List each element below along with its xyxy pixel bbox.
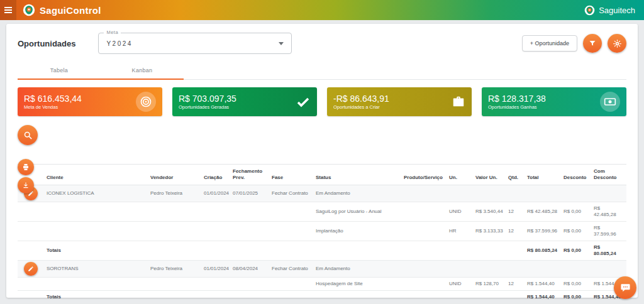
column-header-fechamento-prev: Fechamento Prev. (230, 165, 269, 185)
table-row: ICONEX LOGISTICA Pedro Teixeira 01/01/20… (18, 185, 626, 202)
cell-empty (401, 261, 626, 278)
kpi-oportunidades-geradas: R$ 703.097,35 Oportunidades Geradas (172, 87, 317, 116)
table-row-product: SaguiLog por Usuário - Anual UNID R$ 3.5… (18, 202, 626, 222)
cell-total: R$ 1.544,40 (525, 278, 561, 291)
cell-desconto: R$ 0,00 (561, 241, 591, 261)
table-row-totals: Totais R$ 80.085,24 R$ 0,00 R$ 80.085,24 (18, 241, 626, 261)
kpi-oportunidades-a-criar: -R$ 86.643,91 Oportunidades a Criar (327, 87, 472, 116)
tab-tabela[interactable]: Tabela (18, 62, 101, 79)
toolbar-actions: + Oportunidade (522, 34, 626, 53)
kpi-label: Meta de Vendas (24, 104, 82, 110)
cell-criacao: 01/01/2024 (201, 261, 230, 278)
cell-empty (44, 278, 313, 291)
kpi-label: Oportunidades a Criar (333, 104, 389, 110)
cell-empty (18, 222, 44, 241)
column-header-status: Status (313, 165, 401, 185)
kpi-meta-de-vendas: R$ 616.453,44 Meta de Vendas (18, 87, 162, 116)
tab-bar: Tabela Kanban (18, 62, 626, 80)
cell-desconto: R$ 0,00 (561, 291, 591, 304)
opportunities-table: Cliente Vendedor Criação Fechamento Prev… (18, 164, 626, 304)
check-icon (296, 94, 311, 109)
table-container: Cliente Vendedor Criação Fechamento Prev… (18, 164, 626, 304)
settings-button[interactable] (608, 34, 626, 53)
page-title: Oportunidades (18, 39, 75, 48)
tab-kanban[interactable]: Kanban (101, 62, 184, 79)
meta-select-value: Y2024 (106, 40, 132, 47)
column-header-produto-servico: Produto/Serviço (401, 165, 447, 185)
kpi-text: R$ 616.453,44 Meta de Vendas (24, 94, 82, 110)
chat-icon (620, 283, 631, 293)
cell-total: R$ 37.599,96 (525, 222, 561, 241)
search-button[interactable] (18, 125, 38, 145)
app-header: SaguiControl Saguitech (0, 0, 644, 20)
kpi-label: Oportunidades Ganhas (488, 104, 546, 110)
chat-button[interactable] (614, 276, 636, 299)
main-panel: Oportunidades Meta Y2024 + Oportunidade … (6, 24, 638, 298)
column-header-com-desconto: Com Desconto (591, 165, 626, 185)
pencil-icon (28, 266, 34, 272)
cell-status: Em Andamento (313, 185, 401, 202)
cell-qtd: 12 (506, 222, 525, 241)
cell-desconto: R$ 0,00 (561, 278, 591, 291)
target-icon (136, 92, 156, 112)
cell-empty (148, 291, 525, 304)
cell-total: R$ 42.485,28 (525, 202, 561, 222)
money-icon (600, 92, 620, 112)
cell-empty (18, 202, 44, 222)
cell-valor-un: R$ 3.133,33 (473, 222, 506, 241)
cell-status: Em Andamento (313, 261, 401, 278)
download-icon (22, 182, 30, 189)
kpi-value: -R$ 86.643,91 (333, 94, 389, 104)
cell-un: UNID (447, 278, 473, 291)
menu-button[interactable] (0, 0, 16, 20)
column-header-cliente: Cliente (44, 165, 148, 185)
active-tab-indicator (18, 79, 184, 80)
cell-empty (401, 185, 626, 202)
cell-total: R$ 1.544,40 (525, 291, 561, 304)
cell-cliente: ICONEX LOGISTICA (44, 185, 148, 202)
search-row (18, 125, 626, 145)
column-header-vendedor: Vendedor (148, 165, 201, 185)
kpi-text: R$ 128.317,38 Oportunidades Ganhas (488, 94, 546, 110)
chevron-down-icon (279, 42, 284, 45)
cell-totais-label: Totais (44, 291, 148, 304)
table-row-product: Implantação HR R$ 3.133,33 12 R$ 37.599,… (18, 222, 626, 241)
table-row-product: Hospedagem de Site UNID R$ 128,70 12 R$ … (18, 278, 626, 291)
kpi-text: R$ 703.097,35 Oportunidades Geradas (179, 94, 236, 110)
cell-com-desconto: R$ 37.599,96 (591, 222, 626, 241)
column-header-valor-un: Valor Un. (473, 165, 506, 185)
cell-valor-un: R$ 3.540,44 (473, 202, 506, 222)
edit-opportunity-button[interactable] (24, 262, 38, 276)
page-toolbar: Oportunidades Meta Y2024 + Oportunidade (18, 31, 626, 55)
meta-select[interactable]: Meta Y2024 (98, 33, 292, 54)
add-opportunity-button[interactable]: + Oportunidade (522, 35, 577, 52)
print-button[interactable] (18, 159, 34, 175)
cell-fechamento-prev: 08/04/2024 (230, 261, 269, 278)
cell-qtd: 12 (506, 202, 525, 222)
kpi-oportunidades-ganhas: R$ 128.317,38 Oportunidades Ganhas (482, 87, 626, 116)
column-header-un: Un. (447, 165, 473, 185)
column-header-criacao: Criação (201, 165, 230, 185)
cell-produto: SaguiLog por Usuário - Anual (313, 202, 447, 222)
column-header-total: Total (525, 165, 561, 185)
kpi-label: Oportunidades Geradas (179, 104, 236, 110)
brand-name: Saguitech (599, 6, 635, 15)
search-icon (23, 131, 33, 140)
cell-totais-label: Totais (44, 241, 148, 261)
cell-empty (18, 291, 44, 304)
cell-valor-un: R$ 128,70 (473, 278, 506, 291)
filter-button[interactable] (583, 34, 602, 53)
cell-total: R$ 80.085,24 (525, 241, 561, 261)
export-button[interactable] (18, 177, 34, 193)
saguitech-logo-icon (584, 5, 595, 16)
cell-actions (18, 261, 44, 278)
table-row-totals: Totais R$ 1.544,40 R$ 0,00 R$ 1.544,40 (18, 291, 626, 304)
kpi-text: -R$ 86.643,91 Oportunidades a Criar (333, 94, 389, 110)
cell-produto: Implantação (313, 222, 447, 241)
cell-empty (18, 278, 44, 291)
cell-fechamento-prev: 07/01/2025 (230, 185, 269, 202)
cell-qtd: 12 (506, 278, 525, 291)
cell-un: UNID (447, 202, 473, 222)
column-header-desconto: Desconto (561, 165, 591, 185)
table-row: SOROTRANS Pedro Teixeira 01/01/2024 08/0… (18, 261, 626, 278)
